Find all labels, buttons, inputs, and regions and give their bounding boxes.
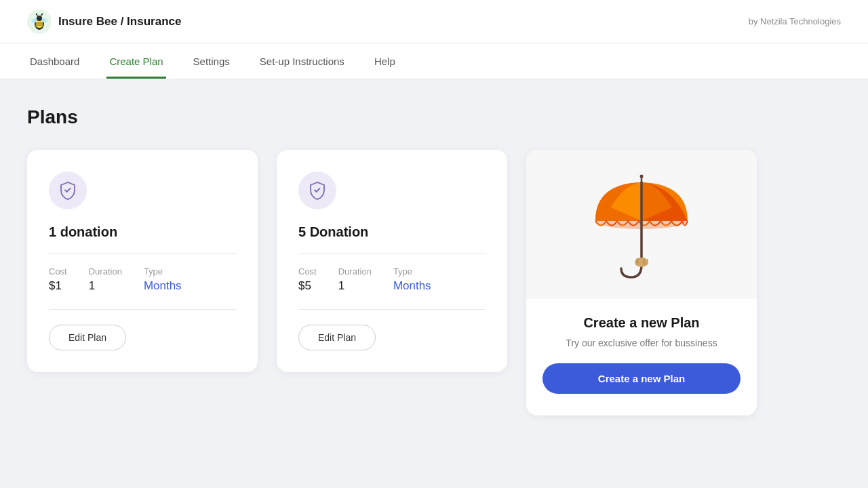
svg-rect-21 [646, 259, 648, 264]
new-plan-description: Try our exclusive offer for bussiness [549, 338, 733, 348]
duration-value-1: 1 [89, 279, 122, 293]
new-plan-card: Create a new Plan Try our exclusive offe… [526, 150, 757, 415]
svg-rect-20 [643, 258, 646, 265]
bee-logo-icon [27, 9, 52, 34]
shield-icon-wrap-2 [298, 171, 336, 209]
plan-card-2: 5 Donation Cost $5 Duration 1 Type Month… [277, 150, 507, 372]
svg-point-11 [36, 13, 37, 14]
new-plan-title: Create a new Plan [583, 315, 699, 331]
svg-point-8 [37, 16, 42, 21]
nav-setup-instructions[interactable]: Set-up Instructions [257, 43, 347, 79]
svg-rect-5 [35, 24, 43, 26]
type-value-1: Months [144, 279, 182, 293]
nav-help[interactable]: Help [372, 43, 398, 79]
cost-label-1: Cost [49, 266, 67, 277]
svg-rect-19 [639, 258, 642, 265]
divider2-2 [298, 309, 486, 310]
cost-label-2: Cost [298, 266, 317, 277]
plan-duration-1: Duration 1 [89, 266, 122, 293]
plan-meta-1: Cost $1 Duration 1 Type Months [49, 266, 236, 293]
umbrella-area [526, 150, 757, 299]
page-content: Plans 1 donation Cost $1 Duration 1 [0, 79, 868, 443]
nav-create-plan[interactable]: Create Plan [106, 43, 165, 79]
type-label-2: Type [393, 266, 431, 277]
header: Insure Bee / Insurance by Netzila Techno… [0, 0, 868, 43]
plan-cost-2: Cost $5 [298, 266, 317, 293]
plan-type-1: Type Months [144, 266, 182, 293]
shield-icon-2 [309, 181, 326, 200]
shield-icon-wrap-1 [49, 171, 87, 209]
duration-label-2: Duration [338, 266, 372, 277]
page-title: Plans [27, 106, 841, 128]
cards-grid: 1 donation Cost $1 Duration 1 Type Month… [27, 150, 841, 415]
plan-name-1: 1 donation [49, 224, 236, 240]
divider2-1 [49, 309, 236, 310]
shield-icon-1 [59, 181, 77, 200]
type-label-1: Type [144, 266, 182, 277]
edit-plan-button-1[interactable]: Edit Plan [49, 325, 126, 350]
edit-plan-button-2[interactable]: Edit Plan [298, 325, 376, 350]
plan-name-2: 5 Donation [298, 224, 486, 240]
umbrella-icon [587, 170, 696, 285]
svg-point-12 [41, 13, 43, 14]
plan-duration-2: Duration 1 [338, 266, 372, 293]
nav-settings[interactable]: Settings [191, 43, 233, 79]
brand-text: Insure Bee / Insurance [58, 15, 181, 28]
svg-point-16 [640, 175, 644, 178]
brand: Insure Bee / Insurance [27, 9, 181, 34]
main-nav: Dashboard Create Plan Settings Set-up In… [0, 43, 868, 79]
plan-meta-2: Cost $5 Duration 1 Type Months [298, 266, 486, 293]
duration-label-1: Duration [89, 266, 122, 277]
create-new-plan-button[interactable]: Create a new Plan [542, 363, 741, 394]
divider-1 [49, 253, 236, 254]
divider-2 [298, 253, 486, 254]
type-value-2: Months [393, 279, 431, 293]
header-byline: by Netzila Technologies [749, 16, 841, 26]
plan-cost-1: Cost $1 [49, 266, 67, 293]
cost-value-1: $1 [49, 279, 67, 293]
nav-dashboard[interactable]: Dashboard [27, 43, 82, 79]
svg-rect-18 [636, 258, 639, 265]
svg-rect-4 [35, 22, 43, 24]
plan-type-2: Type Months [393, 266, 431, 293]
duration-value-2: 1 [338, 279, 372, 293]
cost-value-2: $5 [298, 279, 317, 293]
plan-card-1: 1 donation Cost $1 Duration 1 Type Month… [27, 150, 258, 372]
